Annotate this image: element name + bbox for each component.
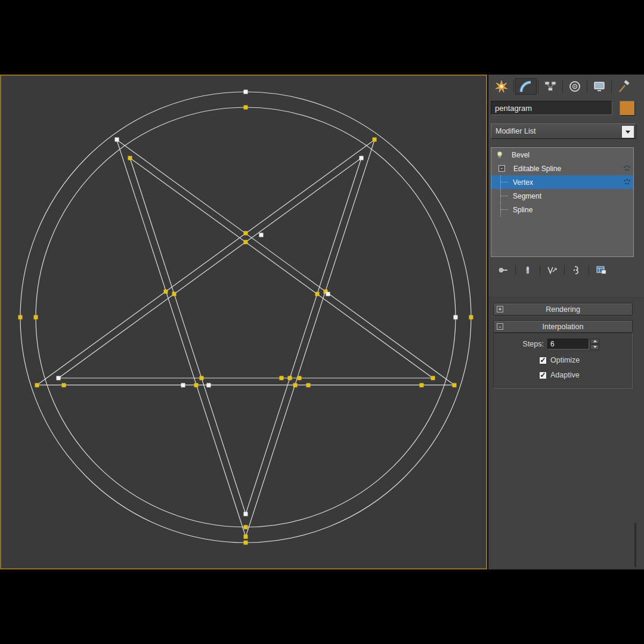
pin-stack-button[interactable] xyxy=(493,264,513,277)
vertex-marker[interactable] xyxy=(244,512,248,516)
tab-separator xyxy=(513,80,514,93)
vertex-marker[interactable] xyxy=(244,90,248,94)
vertex-marker[interactable] xyxy=(293,383,298,388)
vertex-marker[interactable] xyxy=(453,383,457,388)
outer-circle-spline[interactable] xyxy=(20,92,471,543)
dropdown-arrow-button[interactable] xyxy=(621,125,634,138)
adaptive-row: ✓ Adaptive xyxy=(539,371,580,379)
remove-modifier-button[interactable] xyxy=(566,264,587,277)
steps-spinner xyxy=(590,339,599,350)
adaptive-label: Adaptive xyxy=(550,371,580,379)
adaptive-checkbox[interactable]: ✓ xyxy=(539,371,547,379)
vertex-marker[interactable] xyxy=(62,383,66,388)
modifier-stack-row-spline[interactable]: Spline xyxy=(491,203,633,216)
collapse-minus-icon[interactable]: - xyxy=(497,323,503,330)
optimize-checkbox[interactable]: ✓ xyxy=(539,357,547,364)
vertex-marker[interactable] xyxy=(172,292,177,296)
vertex-marker[interactable] xyxy=(18,315,23,320)
steps-row: Steps: xyxy=(494,338,632,350)
vertex-marker[interactable] xyxy=(244,525,248,530)
vertex-marker[interactable] xyxy=(244,231,248,236)
make-unique-icon xyxy=(547,265,558,275)
vertex-marker[interactable] xyxy=(469,315,473,320)
modify-tab[interactable] xyxy=(515,78,537,95)
vertex-marker[interactable] xyxy=(326,292,330,296)
vertex-marker[interactable] xyxy=(35,383,39,388)
modify-arc-icon xyxy=(519,80,532,93)
display-tab[interactable] xyxy=(589,78,610,95)
spinner-down-button[interactable] xyxy=(590,344,599,350)
vertex-marker[interactable] xyxy=(454,315,458,320)
spinner-down-icon xyxy=(593,346,597,348)
vertex-marker[interactable] xyxy=(194,383,199,388)
vertex-marker[interactable] xyxy=(115,138,119,142)
pentagram-star-spline-outer[interactable] xyxy=(37,140,454,537)
hierarchy-tab[interactable] xyxy=(540,78,561,95)
vertex-marker[interactable] xyxy=(431,376,435,380)
vertex-marker[interactable] xyxy=(360,156,364,160)
modifier-stack-row-label: Bevel xyxy=(512,151,530,159)
show-end-result-button[interactable] xyxy=(518,264,538,277)
vertex-marker[interactable] xyxy=(315,292,320,296)
spinner-up-icon xyxy=(593,340,597,342)
configure-modifier-sets-button[interactable] xyxy=(591,264,611,277)
subobject-dots-icon xyxy=(623,165,631,172)
vertex-marker[interactable] xyxy=(244,541,248,545)
rendering-rollout-header[interactable]: + Rendering xyxy=(493,303,633,315)
vertex-marker[interactable] xyxy=(373,138,377,142)
object-color-swatch[interactable] xyxy=(620,101,635,116)
steps-input[interactable] xyxy=(547,339,589,349)
vertex-marker[interactable] xyxy=(298,376,302,380)
remove-modifier-icon xyxy=(571,265,582,275)
modifier-stack-row-segment[interactable]: Segment xyxy=(491,189,633,203)
tab-separator xyxy=(587,80,587,93)
vertex-marker[interactable] xyxy=(57,376,61,380)
vertex-marker[interactable] xyxy=(244,106,248,110)
modifier-stack-row-label: Vertex xyxy=(513,178,533,187)
rollout-area: + Rendering - Interpolation Steps: ✓ Opt… xyxy=(488,296,644,569)
toolbar-separator xyxy=(564,265,565,275)
pentagram-star-spline-inner[interactable] xyxy=(58,158,433,514)
modifier-stack-row-editable-spline[interactable]: -Editable Spline xyxy=(491,162,633,175)
vertex-marker[interactable] xyxy=(244,240,248,244)
steps-label: Steps: xyxy=(494,340,544,348)
vertex-marker[interactable] xyxy=(288,376,292,380)
vertex-marker[interactable] xyxy=(420,383,424,388)
utilities-hammer-icon xyxy=(617,80,630,93)
motion-tab[interactable] xyxy=(564,78,586,95)
vertex-marker[interactable] xyxy=(244,535,248,539)
command-panel-tabs xyxy=(491,78,639,95)
vertex-marker[interactable] xyxy=(200,376,204,380)
hierarchy-icon xyxy=(544,80,557,93)
create-starburst-icon xyxy=(495,80,508,93)
show-end-result-icon xyxy=(522,265,533,275)
object-name-input[interactable] xyxy=(491,101,612,115)
expand-plus-icon[interactable]: + xyxy=(497,306,503,312)
toolbar-separator xyxy=(515,265,516,275)
toolbar-separator xyxy=(589,265,589,275)
vertex-marker[interactable] xyxy=(280,376,284,380)
vertex-marker[interactable] xyxy=(181,383,185,388)
modifier-stack-row-bevel[interactable]: Bevel xyxy=(491,148,633,162)
vertex-marker[interactable] xyxy=(128,156,132,160)
create-tab[interactable] xyxy=(491,78,512,95)
vertex-marker[interactable] xyxy=(259,233,264,237)
modifier-stack-row-label: Spline xyxy=(513,206,532,214)
vertex-marker[interactable] xyxy=(306,383,311,388)
panel-scrollbar[interactable] xyxy=(634,523,636,567)
viewport-canvas[interactable] xyxy=(1,76,486,568)
utilities-tab[interactable] xyxy=(613,78,634,95)
tab-separator xyxy=(611,80,612,93)
modifier-stack-row-vertex[interactable]: Vertex xyxy=(491,175,633,189)
viewport[interactable] xyxy=(0,75,487,569)
vertex-marker[interactable] xyxy=(164,290,168,294)
make-unique-button[interactable] xyxy=(542,264,562,277)
interpolation-rollout-header[interactable]: - Interpolation xyxy=(493,320,633,333)
inner-circle-spline[interactable] xyxy=(36,107,456,527)
expander-minus-icon[interactable]: - xyxy=(496,165,505,172)
vertex-marker[interactable] xyxy=(34,315,38,320)
tab-separator xyxy=(562,80,563,93)
modifier-list-dropdown[interactable]: Modifier List xyxy=(491,123,636,139)
spinner-up-button[interactable] xyxy=(590,339,599,345)
vertex-marker[interactable] xyxy=(207,383,211,388)
